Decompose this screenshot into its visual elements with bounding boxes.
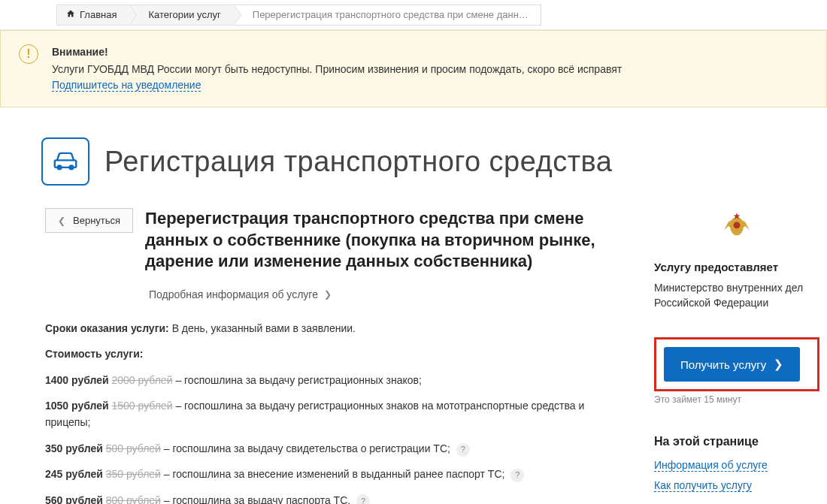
help-icon[interactable]: ? [510,469,524,482]
aside-link-how[interactable]: Как получить услугу [654,479,752,492]
back-button[interactable]: ❮ Вернуться [45,208,133,233]
breadcrumb-home[interactable]: Главная [56,5,129,26]
price-item: 350 рублей 500 рублей – госпошлина за вы… [45,440,624,457]
chevron-left-icon: ❮ [58,216,65,226]
alert-subscribe-link[interactable]: Подпишитесь на уведомление [52,79,201,92]
service-subtitle: Перерегистрация транспортного средства п… [145,208,624,273]
emblem-icon [654,208,819,247]
breadcrumb-current: Перерегистрация транспортного средства п… [234,5,541,26]
provider-name: Министерство внутренних дел Российской Ф… [654,281,819,310]
breadcrumb: Главная Категории услуг Перерегистрация … [0,0,827,30]
price-item: 560 рублей 800 рублей – госпошлина за вы… [45,492,624,504]
details-label: Подробная информация об услуге [149,288,318,300]
price-value: 560 рублей [45,494,103,504]
aside-link-info[interactable]: Информация об услуге [654,459,768,472]
alert-text: Услуги ГУОБДД МВД России могут быть недо… [52,63,622,75]
price-value: 350 рублей [45,442,103,454]
time-note: Это займет 15 минут [654,394,819,405]
price-old: 800 рублей [106,494,161,504]
breadcrumb-current-label: Перерегистрация транспортного средства п… [253,9,529,20]
price-value: 1050 рублей [45,400,109,412]
price-desc: – госпошлина за выдачу свидетельства о р… [164,442,450,454]
price-desc: – госпошлина за выдачу паспорта ТС. [164,494,350,504]
help-icon[interactable]: ? [456,443,470,457]
service-details-link[interactable]: Подробная информация об услуге ❯ [149,288,332,300]
warning-icon: ! [19,44,38,64]
back-label: Вернуться [73,215,120,226]
alert-banner: ! Внимание! Услуги ГУОБДД МВД России мог… [0,30,827,107]
price-value: 1400 рублей [45,374,109,386]
price-old: 1500 рублей [111,400,172,412]
price-item: 1050 рублей 1500 рублей – госпошлина за … [45,397,624,431]
price-item: 1400 рублей 2000 рублей – госпошлина за … [45,372,624,388]
breadcrumb-categories[interactable]: Категории услуг [129,5,233,26]
alert-title: Внимание! [52,44,622,60]
price-value: 245 рублей [45,468,103,480]
price-desc: – госпошлина за внесение изменений в выд… [164,468,505,480]
page-title: Регистрация транспортного средства [105,146,613,178]
price-old: 500 рублей [106,442,161,454]
price-old: 2000 рублей [111,374,172,386]
on-this-page-title: На этой странице [654,435,819,448]
price-old: 350 рублей [106,468,161,480]
page-title-row: Регистрация транспортного средства [0,107,827,208]
provided-by-label: Услугу предоставляет [654,261,819,273]
car-icon [41,137,89,186]
breadcrumb-cat-label: Категории услуг [148,9,220,20]
home-icon [66,9,75,20]
service-info: Сроки оказания услуги: В день, указанный… [45,320,624,504]
svg-point-2 [70,166,74,170]
chevron-right-icon: ❯ [774,358,783,371]
svg-point-1 [58,166,62,170]
cta-label: Получить услугу [680,358,766,371]
price-item: 245 рублей 350 рублей – госпошлина за вн… [45,466,624,482]
deadline-label: Сроки оказания услуги: [45,322,169,334]
breadcrumb-home-label: Главная [80,9,117,20]
get-service-button[interactable]: Получить услугу ❯ [664,347,800,382]
cta-highlight-box: Получить услугу ❯ [654,337,819,391]
cost-label: Стоимость услуги: [45,348,143,360]
svg-point-4 [734,222,741,228]
deadline-value: В день, указанный вами в заявлении. [172,322,356,334]
chevron-right-icon: ❯ [324,289,332,300]
price-desc: – госпошлина за выдачу регистрационных з… [175,374,422,386]
help-icon[interactable]: ? [356,494,370,504]
